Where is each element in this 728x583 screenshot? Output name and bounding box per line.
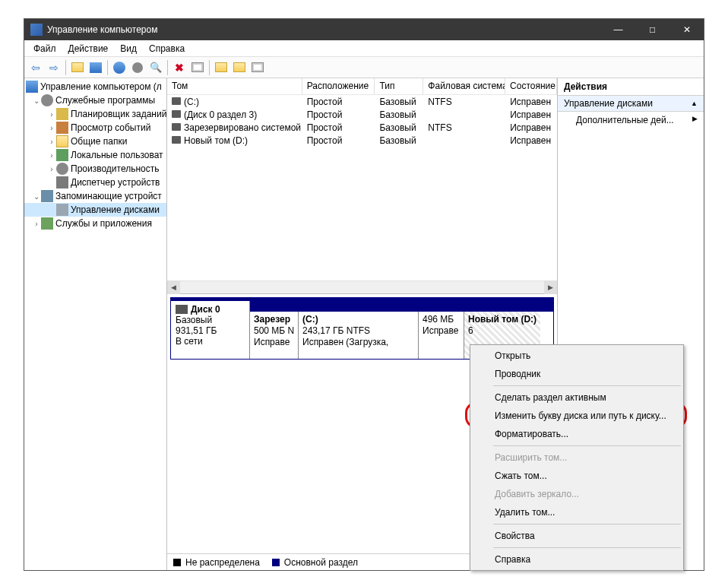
col-layout[interactable]: Расположение xyxy=(302,78,375,94)
legend-unallocated-label: Не распределена xyxy=(185,557,260,568)
settings-button[interactable] xyxy=(129,59,146,76)
storage-icon xyxy=(41,190,53,202)
tree-item-events[interactable]: ›Просмотр событий xyxy=(24,121,166,135)
tree-item-disk-management[interactable]: Управление дисками xyxy=(24,203,166,217)
actions-more[interactable]: Дополнительные дей... ▶ xyxy=(558,112,704,128)
up-button[interactable] xyxy=(69,59,86,76)
shared-folder-icon xyxy=(56,135,68,147)
context-menu-item[interactable]: Проводник xyxy=(472,365,682,383)
menu-view[interactable]: Вид xyxy=(114,42,143,55)
horizontal-scrollbar[interactable]: ◀ ▶ xyxy=(167,280,557,293)
col-fs[interactable]: Файловая система xyxy=(423,78,505,94)
tree-item-users[interactable]: ›Локальные пользоват xyxy=(24,148,166,162)
context-menu-item: Расширить том... xyxy=(472,448,682,467)
tree-item-perf[interactable]: ›Производительность xyxy=(24,162,166,176)
tree-group-storage[interactable]: ⌄ Запоминающие устройст xyxy=(24,189,166,203)
col-type[interactable]: Тип xyxy=(375,78,423,94)
window-title: Управление компьютером xyxy=(47,24,601,35)
context-menu-item[interactable]: Свойства xyxy=(472,527,682,545)
partition[interactable]: (C:)243,17 ГБ NTFSИсправен (Загрузка, xyxy=(299,312,419,359)
context-menu-item[interactable]: Форматировать... xyxy=(472,425,682,443)
disk-info[interactable]: Диск 0 Базовый 931,51 ГБ В сети xyxy=(171,301,250,359)
list-icon xyxy=(252,62,264,72)
expander-icon[interactable]: ⌄ xyxy=(32,97,41,105)
context-menu-item[interactable]: Справка xyxy=(472,550,682,569)
volume-row[interactable]: (Диск 0 раздел 3)ПростойБазовыйИсправен xyxy=(167,108,557,121)
tree-item-shares[interactable]: ›Общие папки xyxy=(24,135,166,148)
help-icon xyxy=(113,62,125,74)
back-button[interactable]: ⇦ xyxy=(27,59,44,76)
partition[interactable]: Зарезер500 МБ NИсправе xyxy=(250,312,299,359)
menu-file[interactable]: Файл xyxy=(27,42,62,55)
chevron-right-icon: ▶ xyxy=(692,115,698,122)
volume-icon xyxy=(172,110,181,118)
navigation-tree[interactable]: Управление компьютером (л ⌄ Служебные пр… xyxy=(24,78,167,570)
eventlog-icon xyxy=(56,122,68,134)
close-button[interactable]: ✕ xyxy=(669,19,704,40)
help-button[interactable] xyxy=(111,59,128,76)
disk-icon xyxy=(176,305,188,314)
context-menu-item[interactable]: Удалить том... xyxy=(472,503,682,521)
volume-list-header[interactable]: Том Расположение Тип Файловая система Со… xyxy=(167,78,557,95)
volume-icon xyxy=(172,123,181,131)
tree-root[interactable]: Управление компьютером (л xyxy=(24,80,166,93)
tree-item-scheduler[interactable]: ›Планировщик заданий xyxy=(24,107,166,121)
tool-button-1[interactable] xyxy=(213,59,229,76)
app-icon xyxy=(30,24,43,36)
legend-primary-label: Основной раздел xyxy=(284,557,358,568)
folder-icon xyxy=(233,62,245,72)
tree-item-devmgr[interactable]: Диспетчер устройств xyxy=(24,176,166,189)
actions-header: Действия xyxy=(558,78,704,96)
legend-unallocated-icon xyxy=(173,559,181,566)
folder-icon xyxy=(215,62,227,72)
volume-icon xyxy=(172,136,181,144)
collapse-icon[interactable]: ▲ xyxy=(691,100,698,107)
properties-icon xyxy=(191,62,204,72)
volume-list[interactable]: Том Расположение Тип Файловая система Со… xyxy=(167,78,557,294)
toolbar: ⇦ ⇨ 🔍 ✖ xyxy=(24,57,704,78)
menubar: Файл Действие Вид Справка xyxy=(24,40,704,57)
forward-button[interactable]: ⇨ xyxy=(46,59,62,76)
volume-row[interactable]: Зарезервировано системойПростойБазовыйNT… xyxy=(167,121,557,134)
legend-primary-icon xyxy=(272,559,280,566)
tool-button-3[interactable] xyxy=(249,59,266,76)
actions-section[interactable]: Управление дисками ▲ xyxy=(558,96,704,112)
delete-button[interactable]: ✖ xyxy=(171,59,188,76)
tool-button-2[interactable] xyxy=(231,59,248,76)
menu-help[interactable]: Справка xyxy=(143,42,191,55)
show-hide-button[interactable] xyxy=(87,59,104,76)
tree-group-services[interactable]: › Службы и приложения xyxy=(24,217,166,230)
context-menu-item[interactable]: Сделать раздел активным xyxy=(472,388,682,407)
menu-action[interactable]: Действие xyxy=(62,42,115,55)
services-icon xyxy=(41,217,53,230)
partition[interactable]: 496 МБИсправе xyxy=(419,312,464,359)
context-menu[interactable]: ОткрытьПроводникСделать раздел активнымИ… xyxy=(470,344,684,571)
maximize-button[interactable]: □ xyxy=(635,19,669,40)
col-status[interactable]: Состояние xyxy=(505,78,557,94)
scroll-right-button[interactable]: ▶ xyxy=(544,281,557,294)
context-menu-item[interactable]: Изменить букву диска или путь к диску... xyxy=(472,407,682,425)
device-icon xyxy=(56,176,68,189)
properties-button[interactable] xyxy=(189,59,206,76)
tools-icon xyxy=(41,94,53,106)
volume-row[interactable]: (C:)ПростойБазовыйNTFSИсправен xyxy=(167,95,557,108)
disk-icon xyxy=(56,204,68,216)
expander-icon[interactable]: ⌄ xyxy=(32,192,41,201)
arrow-right-icon: ⇨ xyxy=(49,62,59,74)
clock-icon xyxy=(56,108,68,120)
context-menu-item[interactable]: Открыть xyxy=(472,347,682,365)
folder-up-icon xyxy=(71,62,84,72)
refresh-button[interactable]: 🔍 xyxy=(147,59,164,76)
computer-icon xyxy=(26,81,38,93)
minimize-button[interactable]: — xyxy=(601,19,635,40)
volume-row[interactable]: Новый том (D:)ПростойБазовыйИсправен xyxy=(167,134,557,147)
context-menu-item[interactable]: Сжать том... xyxy=(472,467,682,485)
expander-icon[interactable]: › xyxy=(32,220,41,228)
titlebar[interactable]: Управление компьютером — □ ✕ xyxy=(24,19,704,40)
col-volume[interactable]: Том xyxy=(167,78,302,94)
gear-icon xyxy=(132,62,143,73)
panel-icon xyxy=(90,62,102,73)
scroll-left-button[interactable]: ◀ xyxy=(167,281,180,294)
volume-icon xyxy=(172,97,181,105)
tree-group-system-tools[interactable]: ⌄ Служебные программы xyxy=(24,93,166,107)
